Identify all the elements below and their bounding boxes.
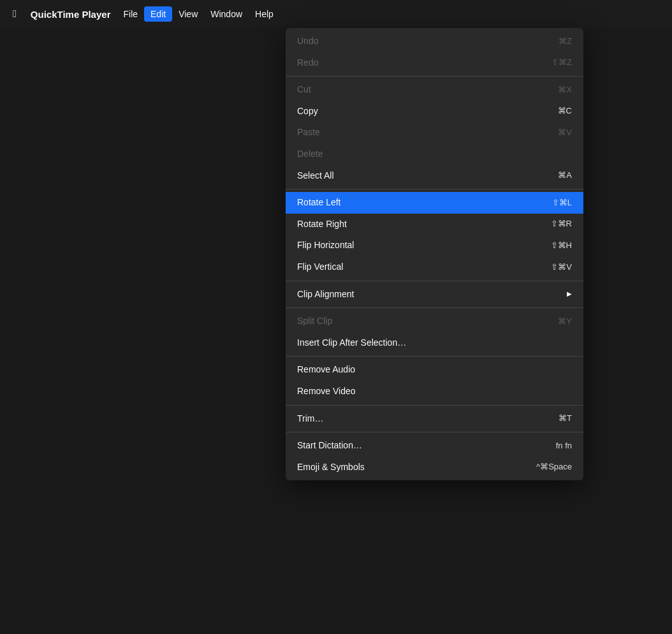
cut-item[interactable]: Cut ⌘X [286,79,583,101]
insert-clip-item[interactable]: Insert Clip After Selection… [286,332,583,354]
flip-horizontal-item[interactable]: Flip Horizontal ⇧⌘H [286,235,583,256]
copy-item[interactable]: Copy ⌘C [286,101,583,122]
delete-item[interactable]: Delete [286,144,583,165]
undo-redo-section: Undo ⌘Z Redo ⇧⌘Z [286,28,583,77]
window-menu[interactable]: Window [204,6,249,22]
trim-section: Trim… ⌘T [286,406,583,433]
remove-audio-item[interactable]: Remove Audio [286,359,583,381]
undo-item[interactable]: Undo ⌘Z [286,31,583,52]
remove-section: Remove Audio Remove Video [286,357,583,405]
help-menu[interactable]: Help [249,6,280,22]
emoji-symbols-item[interactable]: Emoji & Symbols ^⌘Space [286,457,583,478]
clip-alignment-item[interactable]: Clip Alignment ▶ [286,284,583,306]
trim-item[interactable]: Trim… ⌘T [286,408,583,430]
redo-item[interactable]: Redo ⇧⌘Z [286,52,583,74]
edit-dropdown-menu: Undo ⌘Z Redo ⇧⌘Z Cut ⌘X Copy ⌘C Paste ⌘V… [286,28,583,480]
edit-menu[interactable]: Edit [144,6,172,22]
flip-vertical-item[interactable]: Flip Vertical ⇧⌘V [286,256,583,278]
split-clip-item[interactable]: Split Clip ⌘Y [286,311,583,332]
remove-video-item[interactable]: Remove Video [286,381,583,402]
menubar:  QuickTime Player File Edit View Window… [0,0,672,28]
file-menu[interactable]: File [117,6,144,22]
view-menu[interactable]: View [172,6,204,22]
transform-section: Rotate Left ⇧⌘L Rotate Right ⇧⌘R Flip Ho… [286,189,583,281]
clip-alignment-section: Clip Alignment ▶ [286,281,583,309]
start-dictation-item[interactable]: Start Dictation… fn fn [286,435,583,457]
paste-item[interactable]: Paste ⌘V [286,122,583,144]
submenu-arrow-icon: ▶ [567,290,572,299]
app-name[interactable]: QuickTime Player [24,6,117,22]
rotate-right-item[interactable]: Rotate Right ⇧⌘R [286,214,583,235]
rotate-left-item[interactable]: Rotate Left ⇧⌘L [286,192,583,214]
clip-edit-section: Split Clip ⌘Y Insert Clip After Selectio… [286,308,583,357]
clipboard-section: Cut ⌘X Copy ⌘C Paste ⌘V Delete Select Al… [286,77,583,189]
apple-menu[interactable]:  [5,6,24,22]
system-section: Start Dictation… fn fn Emoji & Symbols ^… [286,432,583,480]
select-all-item[interactable]: Select All ⌘A [286,165,583,187]
